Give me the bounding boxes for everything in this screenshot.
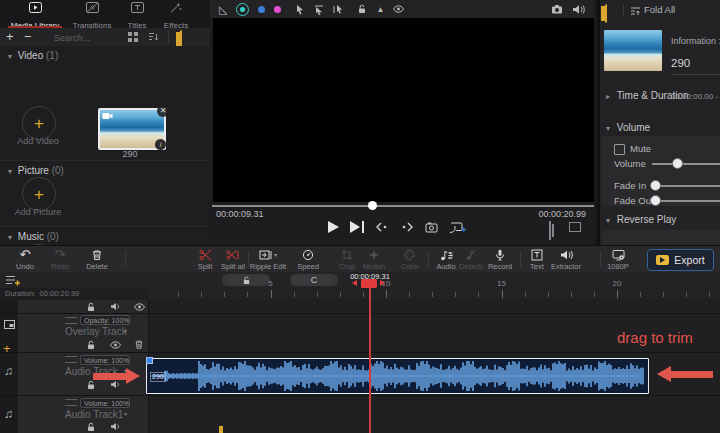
fade-out-slider-knob[interactable] <box>650 195 661 206</box>
fullscreen-icon[interactable] <box>569 222 581 232</box>
playhead[interactable] <box>361 279 377 288</box>
audio1-volume-dropdown[interactable]: Volume: 100%▾ <box>80 398 130 408</box>
add-media-button[interactable]: + <box>6 30 14 44</box>
camera-snapshot-icon[interactable] <box>551 4 563 14</box>
video-track-eye-icon[interactable] <box>134 303 145 311</box>
preview-seekbar[interactable] <box>212 205 594 207</box>
playhead-left-arrow-icon[interactable] <box>352 280 357 286</box>
previous-frame-button[interactable] <box>375 222 389 232</box>
sort-icon[interactable] <box>148 32 159 42</box>
drag-to-trim-annotation: drag to trim <box>617 329 693 346</box>
seekbar-handle[interactable] <box>368 201 377 210</box>
toolbar-button-extractor[interactable]: Extractor <box>544 248 588 271</box>
close-icon[interactable]: ✕ <box>157 105 169 117</box>
ruler-tick <box>455 292 456 297</box>
lock-icon[interactable] <box>357 4 367 14</box>
flip-tool-icon[interactable]: ◺ <box>219 4 227 15</box>
volume-slider-knob[interactable] <box>672 158 683 169</box>
overlay-track-eye-icon[interactable] <box>110 341 121 349</box>
audio-track1-lock-icon[interactable] <box>86 422 96 432</box>
ruler-number: 20 <box>609 279 625 288</box>
keyframe-icon[interactable]: ▲ <box>376 5 384 14</box>
speaker-icon[interactable] <box>572 4 585 15</box>
inspector-panel: Fold All Information : O 290 ▸ Time & Du… <box>597 0 720 245</box>
ruler-tick <box>502 290 503 298</box>
video-preview-area[interactable] <box>213 18 594 202</box>
section-music-header[interactable]: ▾ Music (0) <box>8 231 59 242</box>
track-type-strip: + ♫ ♫ <box>0 300 18 433</box>
next-frame-button[interactable] <box>400 222 414 232</box>
volume-section[interactable]: ▾ Volume <box>606 122 650 133</box>
tab-transitions[interactable]: Transitions <box>66 2 118 26</box>
toolbar-button-1080p[interactable]: 1080P <box>596 248 640 271</box>
reverse-play-section[interactable]: ▾ Reverse Play <box>606 214 676 225</box>
marker-blue[interactable] <box>258 6 265 13</box>
timeline-ruler-bar: C 00:00:09.31 Duration: 00:00:20.99 5101… <box>0 272 720 300</box>
grid-view-icon[interactable] <box>128 32 138 42</box>
section-picture-header[interactable]: ▾ Picture (0) <box>8 165 64 176</box>
add-track-plus-button[interactable]: + <box>3 341 11 356</box>
tab-media-library[interactable]: Media Library <box>6 2 64 26</box>
audio-track1-mute-icon[interactable] <box>110 422 121 431</box>
volume-slider-track[interactable] <box>652 163 720 165</box>
reverse-play-box <box>602 230 720 245</box>
overlay-track-trash-icon[interactable] <box>134 339 144 350</box>
tab-effects[interactable]: Effects <box>156 2 196 26</box>
playhead-right-arrow-icon[interactable] <box>380 280 385 286</box>
video-track-lock-icon[interactable] <box>86 302 96 312</box>
track-grip[interactable] <box>65 399 77 406</box>
audio-track-lock-icon[interactable] <box>86 380 96 390</box>
toolbar-button-delete[interactable]: Delete <box>75 248 119 271</box>
clip-label: 290 <box>150 372 166 382</box>
media-item-290[interactable]: ✕ i <box>98 108 166 150</box>
remove-media-button[interactable]: − <box>24 30 32 44</box>
audio-volume-dropdown[interactable]: Volume: 100%▾ <box>80 355 130 365</box>
add-video-button[interactable]: + <box>22 106 56 140</box>
play-fullscreen-button[interactable] <box>350 221 364 233</box>
track-grip[interactable] <box>65 356 77 363</box>
timeline-snap-button[interactable]: C <box>290 274 338 286</box>
music-note-icon: ♫ <box>4 407 13 421</box>
section-video-header[interactable]: ▾ Video (1) <box>8 50 58 61</box>
audio-waveform <box>147 359 647 393</box>
eye-icon[interactable] <box>393 5 404 13</box>
ruler-tick <box>317 292 318 297</box>
screen-record-button[interactable]: + <box>449 222 463 233</box>
transitions-icon <box>66 2 118 14</box>
search-input[interactable] <box>52 30 124 45</box>
cursor-select-tool-icon[interactable] <box>333 4 343 15</box>
information-label: Information : O <box>671 36 720 46</box>
clip-fade-handle[interactable] <box>146 357 153 364</box>
audio-track-mute-icon[interactable] <box>110 380 121 389</box>
play-button[interactable] <box>328 221 339 233</box>
toolbar-button-ripple-edit[interactable]: ▾Ripple Edit <box>246 248 290 271</box>
fade-in-slider-knob[interactable] <box>650 180 661 191</box>
export-button[interactable]: Export <box>647 249 714 271</box>
fold-all-button[interactable]: Fold All <box>644 4 675 15</box>
dual-screen-icon[interactable] <box>549 221 551 240</box>
marker-cyan-selected[interactable] <box>236 3 249 16</box>
add-picture-button[interactable]: + <box>22 177 56 211</box>
divider <box>125 251 126 267</box>
marker-magenta[interactable] <box>274 6 281 13</box>
divider <box>168 31 169 43</box>
fade-out-slider-track[interactable] <box>652 200 720 202</box>
snapshot-button[interactable] <box>425 222 438 233</box>
overlay-opacity-dropdown[interactable]: Opacity: 100%▾ <box>80 315 130 325</box>
track-separator <box>0 352 720 353</box>
cursor-track-tool-icon[interactable] <box>314 4 324 15</box>
add-track-button[interactable] <box>5 274 21 286</box>
fade-in-slider-track[interactable] <box>652 185 720 187</box>
audio-clip[interactable]: 290 <box>146 358 649 394</box>
media-library-icon <box>6 2 64 14</box>
mute-checkbox[interactable] <box>614 144 625 155</box>
video-track-mute-icon[interactable] <box>110 302 121 311</box>
cursor-tool-icon[interactable] <box>295 4 305 15</box>
track-grip[interactable] <box>65 317 77 324</box>
tab-titles[interactable]: Titles <box>120 2 154 26</box>
panel-toggle-icon[interactable] <box>605 4 607 23</box>
overlay-track-lock-icon[interactable] <box>86 340 96 350</box>
preview-panel: ◺ ▲ <box>210 0 594 245</box>
ruler-tick <box>363 292 364 297</box>
toolbar-button-speed[interactable]: Speed <box>286 248 330 271</box>
